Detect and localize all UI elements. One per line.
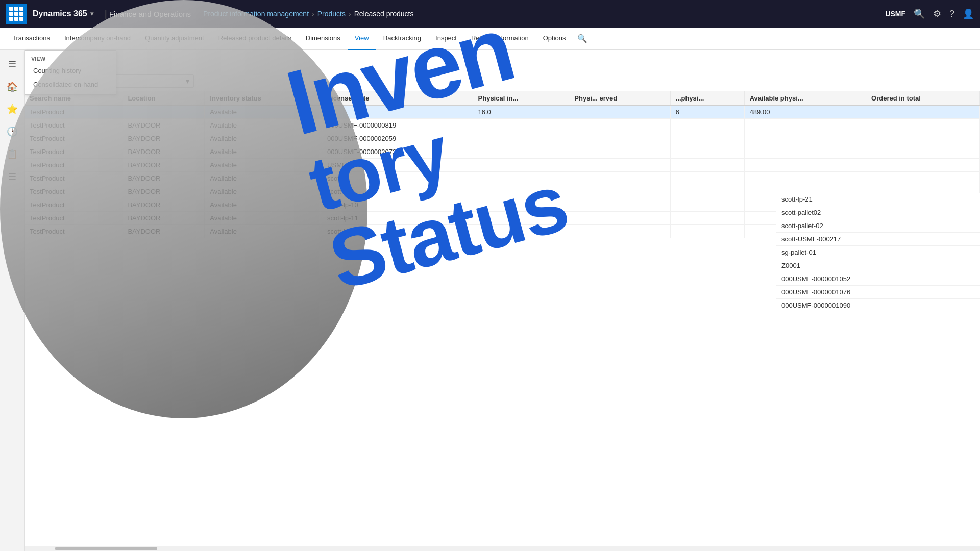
action-bar: Transactions Intercompany on-hand Quanti…	[0, 28, 980, 50]
table-cell[interactable]: TestProduct	[24, 119, 122, 132]
table-row[interactable]: TestProductBAYDOORAvailableUSMF-000...	[24, 159, 980, 172]
menu-dimensions[interactable]: Dimensions	[299, 28, 348, 50]
menu-intercompany[interactable]: Intercompany on-hand	[57, 28, 138, 50]
menu-view[interactable]: View	[348, 28, 376, 50]
help-icon-top[interactable]: ?	[949, 9, 954, 19]
breadcrumb-product-info[interactable]: Product information management	[203, 10, 309, 18]
view-consolidated-onhand[interactable]: Consolidated on-hand	[25, 78, 116, 91]
sidebar-favorites-icon[interactable]: ⭐	[2, 99, 22, 119]
settings-icon-top[interactable]: ⚙	[933, 8, 941, 19]
table-cell	[569, 172, 670, 185]
table-row[interactable]: TestProductBAYDOORAvailable000USMF-00000…	[24, 119, 980, 132]
menu-backtracking[interactable]: Backtracking	[376, 28, 428, 50]
table-cell: BAYDOOR	[122, 212, 205, 225]
col-header-avail-phys: Available physi...	[744, 91, 866, 106]
table-cell	[744, 145, 866, 159]
content-toolbar: ▼ On-hand |	[24, 50, 980, 71]
app-dropdown-chevron[interactable]: ▾	[90, 10, 93, 17]
table-cell	[569, 145, 670, 159]
table-cell: 000USMF-0000002073	[322, 145, 473, 159]
table-cell: scottlp	[322, 172, 473, 185]
table-cell	[322, 106, 473, 119]
horizontal-scrollbar[interactable]	[24, 546, 980, 551]
table-cell: BAYDOOR	[122, 172, 205, 185]
top-bar-right-area: USMF 🔍 ⚙ ? 👤	[885, 8, 974, 19]
table-cell	[473, 159, 569, 172]
sidebar-menu-icon[interactable]: ☰	[2, 54, 22, 74]
menu-released-product-details[interactable]: Released product details	[211, 28, 299, 50]
sidebar-workspaces-icon[interactable]: 📋	[2, 144, 22, 164]
table-row[interactable]: TestProductAvailable16.06489.00	[24, 106, 980, 119]
table-cell	[473, 198, 569, 212]
table-cell	[866, 106, 980, 119]
table-cell: Available	[205, 198, 322, 212]
menu-quantity-adjustment[interactable]: Quantity adjustment	[138, 28, 211, 50]
waffle-icon	[9, 7, 23, 21]
table-cell	[122, 106, 205, 119]
search-icon-top[interactable]: 🔍	[914, 8, 925, 19]
filter-expand-icon[interactable]: ▾	[186, 77, 189, 85]
waffle-menu-button[interactable]	[6, 4, 27, 24]
table-cell: Available	[205, 185, 322, 198]
breadcrumb: Product information management › Product…	[203, 10, 885, 18]
lp-item-0: scott-lp-21	[776, 193, 980, 206]
lp-item-1: scott-pallet02	[776, 206, 980, 219]
table-row[interactable]: TestProductBAYDOORAvailable000USMF-00000…	[24, 132, 980, 145]
table-cell[interactable]: TestProduct	[24, 198, 122, 212]
action-bar-search-icon[interactable]: 🔍	[577, 34, 587, 43]
menu-inspect[interactable]: Inspect	[428, 28, 464, 50]
table-cell	[744, 172, 866, 185]
sidebar-modules-icon[interactable]: ☰	[2, 166, 22, 187]
table-cell[interactable]: TestProduct	[24, 132, 122, 145]
view-counting-history[interactable]: Counting history	[25, 64, 116, 78]
table-cell[interactable]: TestProduct	[24, 212, 122, 225]
app-name-label: Dynamics 365	[33, 9, 87, 18]
table-cell: BAYDOOR	[122, 119, 205, 132]
table-cell[interactable]: TestProduct	[24, 145, 122, 159]
table-cell: scott-lp-11	[322, 212, 473, 225]
table-cell[interactable]: TestProduct	[24, 106, 122, 119]
table-cell: BAYDOOR	[122, 145, 205, 159]
menu-related-info[interactable]: Related information	[464, 28, 536, 50]
table-cell	[473, 119, 569, 132]
lp-item-6: 000USMF-0000001052	[776, 272, 980, 286]
col-header-ordered-total: Ordered in total	[866, 91, 980, 106]
filter-row: 🔍 ▾	[24, 71, 980, 91]
left-sidebar: ☰ 🏠 ⭐ 🕐 📋 ☰	[0, 50, 24, 551]
user-icon-top[interactable]: 👤	[963, 8, 974, 19]
table-cell: 16.0	[473, 106, 569, 119]
col-header-phys-other: ...physi...	[670, 91, 744, 106]
breadcrumb-products[interactable]: Products	[317, 10, 346, 18]
table-cell[interactable]: TestProduct	[24, 185, 122, 198]
table-cell[interactable]: TestProduct	[24, 225, 122, 238]
module-name-label: Finance and Operations	[109, 10, 191, 18]
table-cell: 000USMF-0000002059	[322, 132, 473, 145]
table-cell: Available	[205, 225, 322, 238]
table-cell	[569, 159, 670, 172]
lp-item-7: 000USMF-0000001076	[776, 286, 980, 299]
menu-transactions[interactable]: Transactions	[5, 28, 57, 50]
lp-item-3: scott-USMF-000217	[776, 233, 980, 246]
main-content-area: ▼ On-hand | 🔍 ▾ Search name Location Inv…	[24, 50, 980, 551]
col-header-phys-reserved: Physi... erved	[569, 91, 670, 106]
table-cell	[473, 185, 569, 198]
table-row[interactable]: TestProductBAYDOORAvailable000USMF-00000…	[24, 145, 980, 159]
sidebar-home-icon[interactable]: 🏠	[2, 77, 22, 97]
sidebar-recent-icon[interactable]: 🕐	[2, 121, 22, 142]
table-cell: scott-lp-...	[322, 185, 473, 198]
menu-options[interactable]: Options	[536, 28, 573, 50]
title-divider: |	[105, 8, 107, 20]
table-cell: Available	[205, 106, 322, 119]
table-cell	[569, 132, 670, 145]
scrollbar-thumb[interactable]	[55, 547, 157, 550]
table-row[interactable]: TestProductBAYDOORAvailablescottlp	[24, 172, 980, 185]
table-cell[interactable]: TestProduct	[24, 159, 122, 172]
app-title[interactable]: Dynamics 365 ▾	[33, 9, 93, 18]
col-header-license-plate: License plate	[322, 91, 473, 106]
table-cell: BAYDOOR	[122, 198, 205, 212]
table-cell	[866, 132, 980, 145]
view-dropdown-header: View	[25, 54, 116, 64]
table-cell[interactable]: TestProduct	[24, 172, 122, 185]
table-cell	[473, 212, 569, 225]
data-table-wrapper[interactable]: Search name Location Inventory status Li…	[24, 91, 980, 546]
